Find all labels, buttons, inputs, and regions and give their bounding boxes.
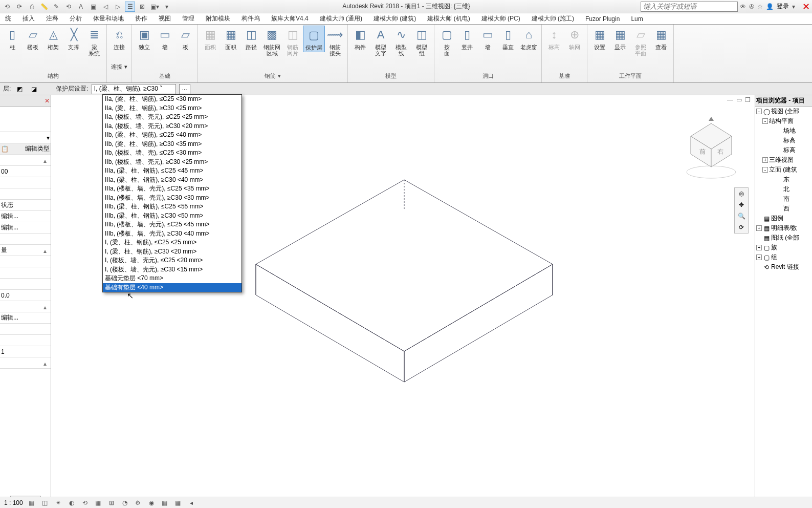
pick-face-icon[interactable]: ◩ <box>14 83 25 95</box>
tree-row[interactable]: 标高 <box>755 136 812 145</box>
panel-close-icon[interactable]: ✕ <box>45 97 50 104</box>
property-row[interactable] <box>0 234 51 245</box>
sb-icon-2[interactable]: ◫ <box>40 498 50 507</box>
property-row[interactable]: 00 <box>0 166 51 177</box>
zoom-icon[interactable]: 🔍 <box>738 213 745 220</box>
cover-option-item[interactable]: IIIa, (梁、柱、钢筋), ≤C25 <45 mm> <box>103 166 242 176</box>
orbit-icon[interactable]: ⟳ <box>739 224 744 231</box>
tree-row[interactable]: 西 <box>755 204 812 214</box>
tree-expander-icon[interactable]: - <box>762 118 768 124</box>
sb-icon-7[interactable]: ⊞ <box>107 498 116 507</box>
cover-option-item[interactable]: IIb, (梁、柱、钢筋), ≤C25 <40 mm> <box>103 131 242 140</box>
ribbon-button[interactable]: ▯竖井 <box>457 26 477 51</box>
ribbon-tab[interactable]: 构件坞 <box>240 13 261 24</box>
pick-element-icon[interactable]: ◪ <box>28 83 39 95</box>
window-icon[interactable]: ▣▾ <box>149 2 160 12</box>
ribbon-button[interactable]: ▯柱 <box>2 26 23 51</box>
property-row[interactable] <box>0 335 51 346</box>
tree-row[interactable]: ▦图例 <box>755 214 812 223</box>
type-selector[interactable]: ▾ <box>0 132 51 143</box>
sb-icon-8[interactable]: ◔ <box>120 498 129 507</box>
sb-icon-4[interactable]: ◐ <box>67 498 76 507</box>
property-row[interactable]: 编辑... <box>0 312 51 324</box>
ribbon-tab[interactable]: 协作 <box>134 13 148 24</box>
sb-icon-1[interactable]: ▦ <box>27 498 36 507</box>
steering-wheel-icon[interactable]: ◎ <box>739 190 744 197</box>
tree-row[interactable]: 场地 <box>755 126 812 136</box>
ribbon-tab[interactable]: 分析 <box>69 13 83 24</box>
tree-row[interactable]: +三维视图 <box>755 155 812 165</box>
cover-setting-dropdown[interactable]: I, (梁、柱、钢筋), ≥C30 ˅ <box>92 84 176 94</box>
tree-row[interactable]: +▦明细表/数 <box>755 223 812 233</box>
view-min-icon[interactable]: — <box>727 96 733 103</box>
ribbon-button[interactable]: ∿模型 线 <box>391 26 411 57</box>
tree-row[interactable]: 北 <box>755 184 812 194</box>
property-row[interactable]: ▴ <box>0 301 51 312</box>
cover-option-item[interactable]: IIb, (楼板、墙、壳), ≤C25 <30 mm> <box>103 149 242 158</box>
view-restore-icon[interactable]: ▭ <box>736 96 742 103</box>
user-icon[interactable]: 👤 <box>766 3 774 10</box>
sb-icon-3[interactable]: ✴ <box>54 498 63 507</box>
tree-expander-icon[interactable]: - <box>762 167 768 173</box>
cover-option-item[interactable]: IIb, (梁、柱、钢筋), ≥C30 <35 mm> <box>103 140 242 149</box>
ribbon-button[interactable]: ▦查看 <box>651 26 671 51</box>
qat-more-icon[interactable]: ▾ <box>162 2 172 12</box>
binocular-icon[interactable]: 👁 <box>740 3 746 10</box>
property-row[interactable]: 1 <box>0 346 51 357</box>
property-row[interactable] <box>0 188 51 200</box>
tree-row[interactable]: ▦图纸 (全部 <box>755 233 812 243</box>
ribbon-button[interactable]: ▢保护层 <box>303 26 325 52</box>
navigation-bar[interactable]: ◎ ✥ 🔍 ⟳ <box>734 187 749 234</box>
help-icon[interactable]: ▾ <box>792 3 795 10</box>
next-icon[interactable]: ▷ <box>113 2 123 12</box>
cover-option-item[interactable]: IIa, (楼板、墙、壳元), ≥C30 <20 mm> <box>103 122 242 131</box>
ribbon-button[interactable]: ⎌连接 <box>109 26 129 51</box>
tree-row[interactable]: -结构平面 <box>755 116 812 126</box>
ribbon-button[interactable]: ◫钢筋 网片 <box>282 26 303 57</box>
ribbon-tab[interactable]: Lum <box>630 14 644 24</box>
cover-options-list[interactable]: IIa, (梁、柱、钢筋), ≤C25 <30 mm>IIa, (梁、柱、钢筋)… <box>102 94 242 292</box>
ribbon-tab[interactable]: 族库大师V4.4 <box>270 13 310 24</box>
tree-row[interactable]: +▢族 <box>755 243 812 252</box>
property-row[interactable]: ▴ <box>0 357 51 369</box>
property-row[interactable]: 量▴ <box>0 245 51 256</box>
ribbon-button[interactable]: ▦显示 <box>610 26 630 51</box>
cover-option-item[interactable]: 基础有垫层 <40 mm> <box>103 283 242 292</box>
cover-option-item[interactable]: I, (梁、柱、钢筋), ≥C30 <20 mm> <box>103 247 242 257</box>
ribbon-tab[interactable]: 插入 <box>21 13 36 24</box>
ribbon-button[interactable]: ◬桁架 <box>43 26 63 51</box>
ribbon-tab[interactable]: 建模大师 (通用) <box>319 13 363 24</box>
pin-icon[interactable]: ✎ <box>51 2 61 12</box>
ribbon-button[interactable]: ◫模型 组 <box>411 26 432 57</box>
cover-option-item[interactable]: IIIa, (楼板、墙、壳元), ≥C30 <30 mm> <box>103 194 242 203</box>
ribbon-tab[interactable]: 视图 <box>158 13 172 24</box>
tree-row[interactable]: -立面 (建筑 <box>755 165 812 175</box>
scroll-icon[interactable]: ▴ <box>43 247 50 253</box>
pan-icon[interactable]: ✥ <box>739 201 744 208</box>
ribbon-tab[interactable]: Fuzor Plugin <box>584 14 621 24</box>
cover-option-item[interactable]: I, (梁、柱、钢筋), ≤C25 <25 mm> <box>103 238 242 247</box>
tree-row[interactable]: 南 <box>755 194 812 204</box>
ribbon-button[interactable]: ▢按 面 <box>436 26 457 57</box>
ribbon-button[interactable]: ▱参照 平面 <box>630 26 651 57</box>
cover-more-button[interactable]: ... <box>179 84 190 94</box>
favorite-icon[interactable]: ☆ <box>757 3 763 10</box>
tree-row[interactable]: -◯视图 (全部 <box>755 107 812 116</box>
tree-expander-icon[interactable]: + <box>756 225 762 231</box>
ribbon-button[interactable]: ▱板 <box>175 26 195 51</box>
cover-option-item[interactable]: IIIb, (梁、柱、钢筋), ≥C30 <50 mm> <box>103 211 242 221</box>
cover-option-item[interactable]: IIIb, (楼板、墙、壳元), ≤C25 <45 mm> <box>103 220 242 229</box>
community-icon[interactable]: ✇ <box>749 3 754 10</box>
scroll-icon[interactable]: ▴ <box>43 157 50 163</box>
ribbon-tab[interactable]: 建模大师 (机电) <box>426 13 471 24</box>
sb-icon-9[interactable]: ⚙ <box>134 498 143 507</box>
ribbon-button[interactable]: ▦设置 <box>589 26 610 51</box>
ribbon-button[interactable]: ▯垂直 <box>498 26 518 51</box>
ribbon-tab[interactable]: 体量和场地 <box>92 13 125 24</box>
property-row[interactable]: 编辑... <box>0 222 51 234</box>
login-label[interactable]: 登录 <box>777 2 789 11</box>
ribbon-button[interactable]: ◧构件 <box>350 26 370 51</box>
ribbon-button[interactable]: A模型 文字 <box>370 26 391 57</box>
app-close-icon[interactable]: ✕ <box>802 1 810 12</box>
ribbon-button[interactable]: ▣独立 <box>134 26 155 51</box>
